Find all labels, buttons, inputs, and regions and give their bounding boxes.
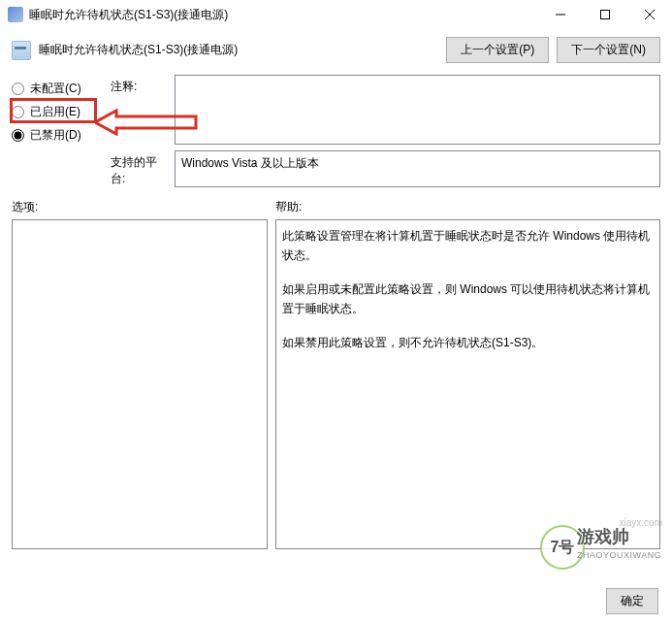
radio-enabled[interactable]: 已启用(E) xyxy=(12,100,97,123)
radio-not-configured[interactable]: 未配置(C) xyxy=(12,77,97,100)
comment-textarea[interactable] xyxy=(175,75,660,145)
help-pane[interactable]: 此策略设置管理在将计算机置于睡眠状态时是否允许 Windows 使用待机状态。 … xyxy=(275,219,660,549)
close-button[interactable] xyxy=(627,0,672,29)
radio-enabled-input[interactable] xyxy=(12,106,24,118)
window-title: 睡眠时允许待机状态(S1-S3)(接通电源) xyxy=(29,7,538,23)
radio-not-configured-input[interactable] xyxy=(12,82,24,95)
help-text-3: 如果禁用此策略设置，则不允许待机状态(S1-S3)。 xyxy=(282,333,654,352)
platform-row: 支持的平台: Windows Vista 及以上版本 xyxy=(111,150,660,187)
platform-box: Windows Vista 及以上版本 xyxy=(175,150,660,187)
options-pane[interactable] xyxy=(12,219,268,549)
maximize-button[interactable] xyxy=(583,0,627,29)
config-area: 未配置(C) 已启用(E) 已禁用(D) 注释: 支持的平台: Windows … xyxy=(0,75,672,193)
minimize-button[interactable] xyxy=(538,0,583,29)
footer-buttons: 确定 xyxy=(606,588,658,614)
header-subtitle: 睡眠时允许待机状态(S1-S3)(接通电源) xyxy=(39,42,238,58)
help-text-2: 如果启用或未配置此策略设置，则 Windows 可以使用待机状态将计算机置于睡眠… xyxy=(282,279,654,319)
watermark-sub: ZHAOYOUXIWANG xyxy=(577,550,661,560)
maximize-icon xyxy=(600,10,610,19)
minimize-icon xyxy=(556,10,565,19)
svg-rect-1 xyxy=(601,11,610,19)
comment-row: 注释: xyxy=(111,75,660,145)
platform-label: 支持的平台: xyxy=(111,150,165,187)
prev-setting-button[interactable]: 上一个设置(P) xyxy=(446,37,549,63)
policy-icon xyxy=(12,41,31,60)
platform-value: Windows Vista 及以上版本 xyxy=(181,156,319,170)
titlebar: 睡眠时允许待机状态(S1-S3)(接通电源) xyxy=(0,0,672,29)
window-controls xyxy=(538,0,672,29)
next-setting-button[interactable]: 下一个设置(N) xyxy=(557,37,660,63)
radio-disabled[interactable]: 已禁用(D) xyxy=(12,123,97,147)
header-row: 睡眠时允许待机状态(S1-S3)(接通电源) 上一个设置(P) 下一个设置(N) xyxy=(0,29,672,75)
lower-panes: 此策略设置管理在将计算机置于睡眠状态时是否允许 Windows 使用待机状态。 … xyxy=(0,219,672,549)
radio-enabled-label: 已启用(E) xyxy=(30,104,80,120)
nav-buttons: 上一个设置(P) 下一个设置(N) xyxy=(446,37,660,63)
app-icon xyxy=(8,7,23,22)
radio-disabled-label: 已禁用(D) xyxy=(30,127,81,144)
help-label: 帮助: xyxy=(275,199,302,215)
radio-disabled-input[interactable] xyxy=(12,129,24,142)
radio-column: 未配置(C) 已启用(E) 已禁用(D) xyxy=(12,75,97,193)
close-icon xyxy=(645,10,655,19)
options-label: 选项: xyxy=(12,199,275,215)
right-column: 注释: 支持的平台: Windows Vista 及以上版本 xyxy=(111,75,660,193)
ok-button[interactable]: 确定 xyxy=(606,588,658,614)
radio-not-configured-label: 未配置(C) xyxy=(30,81,81,97)
lower-labels: 选项: 帮助: xyxy=(0,193,672,219)
help-text-1: 此策略设置管理在将计算机置于睡眠状态时是否允许 Windows 使用待机状态。 xyxy=(282,226,654,266)
comment-label: 注释: xyxy=(111,75,165,95)
